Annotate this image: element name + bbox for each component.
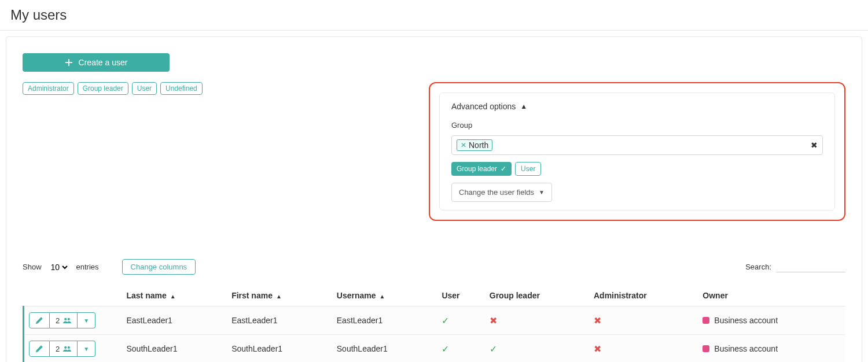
owner-swatch <box>703 317 709 324</box>
page-title: My users <box>0 0 868 31</box>
row-groups-button[interactable]: 2 <box>50 312 78 328</box>
create-user-label: Create a user <box>79 58 128 67</box>
role-pill-group-leader[interactable]: Group leader ✓ <box>451 162 512 176</box>
caret-down-icon: ▼ <box>83 317 89 324</box>
edit-row-button[interactable] <box>29 341 50 357</box>
cell-first-name: EastLeader1 <box>227 306 332 335</box>
change-columns-button[interactable]: Change columns <box>122 259 196 275</box>
group-token-north[interactable]: ✕ North <box>457 139 492 151</box>
role-pill-user[interactable]: User <box>515 162 541 176</box>
check-icon: ✓ <box>490 344 497 354</box>
advanced-toggle[interactable]: Advanced options ▲ <box>451 102 527 111</box>
check-icon: ✓ <box>442 344 449 354</box>
cell-administrator: ✖ <box>589 335 698 363</box>
sort-asc-icon: ▲ <box>170 293 176 300</box>
pencil-icon <box>35 316 43 324</box>
sort-asc-icon: ▲ <box>276 293 282 300</box>
check-icon: ✓ <box>501 165 506 172</box>
cell-last-name: SouthLeader1 <box>122 335 227 363</box>
caret-down-icon: ▼ <box>83 346 89 352</box>
svg-point-0 <box>64 318 67 320</box>
role-pill-group-leader-label: Group leader <box>457 165 497 173</box>
col-administrator[interactable]: Administrator <box>589 285 698 306</box>
cell-administrator: ✖ <box>589 306 698 335</box>
create-user-button[interactable]: Create a user <box>23 53 170 72</box>
check-icon: ✓ <box>442 316 449 326</box>
main-panel: Create a user Administrator Group leader… <box>6 36 862 362</box>
cell-first-name: SouthLeader1 <box>227 335 332 363</box>
cell-username: EastLeader1 <box>332 306 437 335</box>
advanced-callout: Advanced options ▲ Group ✕ North ✖ <box>429 82 845 221</box>
row-groups-count: 2 <box>56 316 60 325</box>
sort-asc-icon: ▲ <box>379 293 385 300</box>
svg-point-3 <box>68 346 70 349</box>
search-input[interactable] <box>776 262 845 272</box>
x-icon: ✖ <box>490 316 497 326</box>
chip-administrator[interactable]: Administrator <box>23 82 74 95</box>
row-groups-count: 2 <box>56 345 60 353</box>
svg-point-2 <box>64 346 67 349</box>
users-icon <box>63 316 71 324</box>
advanced-panel: Advanced options ▲ Group ✕ North ✖ <box>439 93 835 210</box>
group-input[interactable] <box>495 140 811 150</box>
x-icon: ✖ <box>594 344 601 354</box>
clear-group-icon[interactable]: ✖ <box>811 141 818 149</box>
role-filter-chips: Administrator Group leader User Undefine… <box>23 82 203 95</box>
row-groups-button[interactable]: 2 <box>50 341 78 357</box>
cell-group-leader: ✖ <box>485 306 589 335</box>
col-group-leader[interactable]: Group leader <box>485 285 589 306</box>
cell-user: ✓ <box>437 335 484 363</box>
cell-username: SouthLeader1 <box>332 335 437 363</box>
svg-point-1 <box>68 318 70 320</box>
entries-label: entries <box>76 263 99 271</box>
chevron-up-icon: ▲ <box>520 102 527 110</box>
page-length-select[interactable]: 10 <box>49 262 69 272</box>
cell-owner: Business account <box>698 335 845 363</box>
x-icon: ✖ <box>594 316 601 326</box>
col-last-name[interactable]: Last name▲ <box>122 285 227 306</box>
plus-icon <box>65 58 73 67</box>
change-user-fields-dropdown[interactable]: Change the user fields ▼ <box>451 183 552 202</box>
owner-swatch <box>703 345 709 352</box>
show-label: Show <box>23 263 42 271</box>
change-user-fields-label: Change the user fields <box>459 188 534 197</box>
remove-token-icon[interactable]: ✕ <box>461 142 466 149</box>
search-label: Search: <box>745 263 771 271</box>
chip-undefined[interactable]: Undefined <box>160 82 203 95</box>
chip-user[interactable]: User <box>132 82 157 95</box>
users-table: Last name▲ First name▲ Username▲ User Gr… <box>23 285 845 362</box>
role-pill-user-label: User <box>521 165 535 173</box>
row-more-dropdown[interactable]: ▼ <box>78 341 95 357</box>
cell-group-leader: ✓ <box>485 335 589 363</box>
cell-last-name: EastLeader1 <box>122 306 227 335</box>
users-icon <box>63 345 71 353</box>
row-more-dropdown[interactable]: ▼ <box>78 312 95 328</box>
cell-user: ✓ <box>437 306 484 335</box>
cell-owner: Business account <box>698 306 845 335</box>
col-owner[interactable]: Owner <box>698 285 845 306</box>
group-token-label: North <box>469 141 488 150</box>
col-user[interactable]: User <box>437 285 484 306</box>
edit-row-button[interactable] <box>29 312 50 328</box>
table-row: 2 ▼SouthLeader1SouthLeader1SouthLeader1✓… <box>24 335 846 363</box>
group-select[interactable]: ✕ North ✖ <box>451 135 823 155</box>
group-field-label: Group <box>451 121 823 130</box>
table-row: 2 ▼EastLeader1EastLeader1EastLeader1✓✖✖B… <box>24 306 846 335</box>
col-first-name[interactable]: First name▲ <box>227 285 332 306</box>
chip-group-leader[interactable]: Group leader <box>78 82 128 95</box>
col-username[interactable]: Username▲ <box>332 285 437 306</box>
caret-down-icon: ▼ <box>539 189 545 195</box>
pencil-icon <box>35 345 43 353</box>
advanced-title-label: Advanced options <box>451 102 516 111</box>
